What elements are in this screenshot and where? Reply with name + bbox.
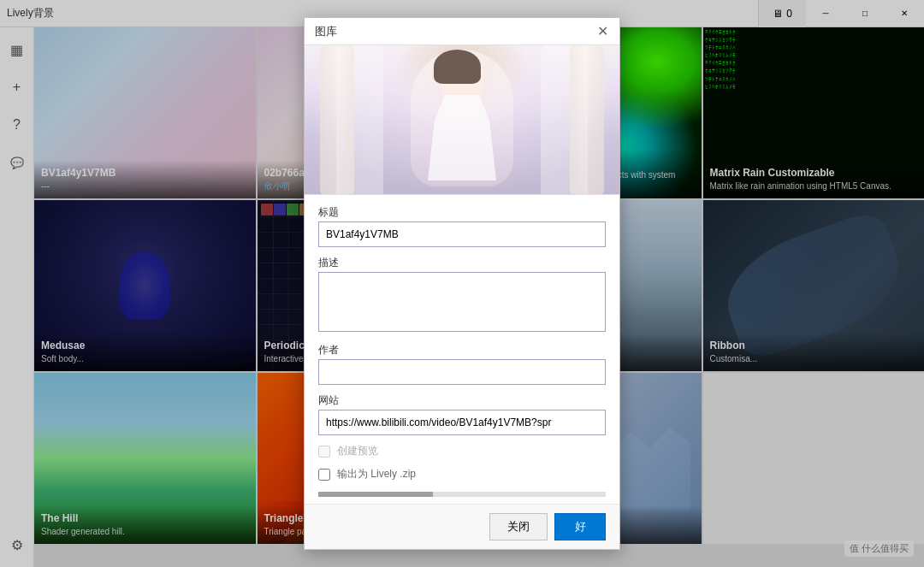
dialog-preview-image [305,45,619,195]
desc-field-group: 描述 [318,256,606,334]
desc-textarea[interactable] [318,272,606,332]
export-zip-checkbox[interactable] [318,469,330,481]
desc-label: 描述 [318,256,606,270]
website-field-group: 网站 [318,393,606,435]
dialog-title: 图库 [315,24,337,39]
dialog-footer: 关闭 好 [305,504,619,549]
dialog-body: 标题 描述 作者 网站 创建预览 [305,195,619,492]
author-label: 作者 [318,343,606,357]
dialog-titlebar: 图库 ✕ [305,18,619,45]
author-field-group: 作者 [318,343,606,385]
author-input[interactable] [318,359,606,385]
dialog-backdrop: 图库 ✕ [0,0,924,567]
create-preview-label: 创建预览 [337,444,378,458]
title-field-group: 标题 [318,205,606,247]
export-zip-label: 输出为 Lively .zip [337,467,416,481]
close-dialog-button[interactable]: 关闭 [489,513,548,540]
dialog-close-button[interactable]: ✕ [592,21,613,42]
dialog-scrollbar[interactable] [318,492,606,497]
export-zip-row: 输出为 Lively .zip [318,467,606,481]
create-preview-row: 创建预览 [318,444,606,458]
dialog-close-icon: ✕ [597,23,608,39]
ok-button[interactable]: 好 [554,513,606,540]
anime-figure [305,45,619,194]
library-dialog: 图库 ✕ [304,17,620,550]
dialog-scrollbar-thumb[interactable] [318,492,433,497]
title-label: 标题 [318,205,606,220]
website-label: 网站 [318,393,606,408]
create-preview-checkbox[interactable] [318,446,330,458]
website-input[interactable] [318,410,606,435]
title-input[interactable] [318,221,606,247]
